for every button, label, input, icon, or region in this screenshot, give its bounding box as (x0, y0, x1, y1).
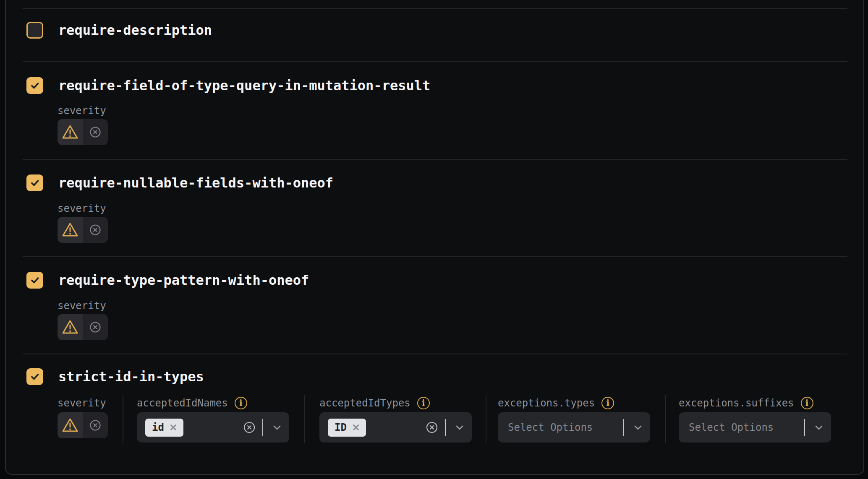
rule-row-header: require-description (26, 22, 212, 39)
severity-toggle (58, 412, 108, 438)
info-icon[interactable]: i (601, 397, 614, 409)
field-label-exceptions-suffixes: exceptions.suffixes i (679, 396, 813, 410)
circle-x-icon (89, 321, 102, 333)
multiselect-acceptedIdNames[interactable]: id (137, 412, 289, 443)
select-controls (617, 419, 642, 436)
checkmark-icon (29, 275, 40, 286)
warning-icon (61, 222, 79, 238)
rule-checkbox[interactable] (26, 77, 43, 94)
chevron-down-icon (273, 425, 281, 430)
info-icon[interactable]: i (417, 397, 430, 409)
field-label-text: acceptedIdNames (137, 397, 228, 409)
select-controls (426, 419, 463, 436)
rule-name: strict-id-in-types (58, 369, 204, 385)
row-divider (23, 354, 847, 354)
selected-option-chip: id (145, 419, 183, 437)
severity-warn-button[interactable] (58, 119, 83, 145)
rule-checkbox[interactable] (26, 368, 43, 385)
rule-name: require-nullable-fields-with-oneof (58, 175, 333, 191)
multiselect-acceptedIdTypes[interactable]: ID (319, 412, 472, 443)
rule-checkbox[interactable] (26, 272, 43, 289)
field-label-acceptedIdTypes: acceptedIdTypes i (319, 396, 430, 410)
checkmark-icon (29, 177, 40, 188)
clear-selection-icon[interactable] (243, 421, 256, 434)
column-divider (123, 395, 123, 443)
select-controls (797, 419, 823, 436)
rule-row-header: strict-id-in-types (26, 368, 204, 385)
rule-name: require-field-of-type-query-in-mutation-… (58, 78, 430, 94)
field-label-text: severity (58, 397, 106, 409)
clear-selection-icon[interactable] (426, 421, 438, 434)
circle-x-icon (89, 126, 102, 138)
rule-row-header: require-field-of-type-query-in-mutation-… (26, 77, 430, 94)
field-label-text: severity (58, 105, 106, 117)
info-icon[interactable]: i (801, 397, 813, 409)
select-separator (623, 419, 624, 436)
row-divider (23, 8, 847, 9)
rule-checkbox[interactable] (26, 174, 43, 191)
select-controls (243, 419, 281, 436)
field-label-text: severity (58, 300, 106, 312)
rule-name: require-type-pattern-with-oneof (58, 272, 309, 288)
rule-name: require-description (58, 22, 212, 38)
rule-checkbox[interactable] (26, 22, 43, 39)
warning-icon (61, 319, 79, 335)
severity-warn-button[interactable] (58, 412, 83, 438)
severity-toggle (58, 217, 108, 243)
chip-remove-icon[interactable] (352, 423, 360, 432)
chip-label: id (152, 422, 164, 432)
field-label-exceptions-types: exceptions.types i (498, 396, 614, 410)
select-separator (445, 419, 446, 436)
severity-off-button[interactable] (83, 314, 108, 340)
selected-option-chip: ID (328, 419, 366, 437)
row-divider (23, 159, 847, 160)
field-label-text: severity (58, 203, 106, 214)
select-placeholder: Select Options (508, 422, 593, 433)
checkmark-icon (29, 80, 40, 91)
severity-toggle (58, 119, 108, 145)
multiselect-exceptions-types[interactable]: Select Options (498, 412, 650, 443)
chevron-down-icon (456, 425, 463, 430)
severity-off-button[interactable] (83, 217, 108, 243)
field-label-text: exceptions.suffixes (679, 397, 794, 409)
multiselect-exceptions-suffixes[interactable]: Select Options (679, 412, 831, 443)
chevron-down-icon (634, 425, 642, 430)
severity-off-button[interactable] (83, 119, 108, 145)
field-label-severity: severity (58, 104, 106, 117)
field-label-text: acceptedIdTypes (319, 397, 410, 409)
field-label-acceptedIdNames: acceptedIdNames i (137, 396, 247, 410)
chevron-down-icon (815, 425, 823, 430)
select-placeholder: Select Options (689, 422, 774, 433)
field-label-severity: severity (58, 202, 106, 215)
column-divider (486, 395, 486, 443)
column-divider (304, 395, 305, 443)
circle-x-icon (89, 419, 102, 432)
rule-row-header: require-type-pattern-with-oneof (26, 272, 309, 289)
warning-icon (61, 124, 79, 140)
severity-toggle (58, 314, 108, 340)
rule-row-header: require-nullable-fields-with-oneof (26, 174, 333, 191)
chip-remove-icon[interactable] (169, 423, 178, 432)
circle-x-icon (89, 224, 102, 236)
row-divider (23, 256, 847, 257)
column-divider (665, 395, 666, 443)
severity-warn-button[interactable] (58, 217, 83, 243)
chip-label: ID (335, 422, 347, 432)
row-divider (23, 61, 847, 62)
severity-warn-button[interactable] (58, 314, 83, 340)
select-separator (804, 419, 805, 436)
field-label-severity: severity (58, 396, 106, 410)
info-icon[interactable]: i (235, 397, 247, 409)
select-separator (262, 419, 263, 436)
field-label-severity: severity (58, 299, 106, 312)
field-label-text: exceptions.types (498, 397, 595, 409)
severity-off-button[interactable] (83, 412, 108, 438)
checkmark-icon (29, 371, 40, 382)
warning-icon (61, 417, 79, 433)
